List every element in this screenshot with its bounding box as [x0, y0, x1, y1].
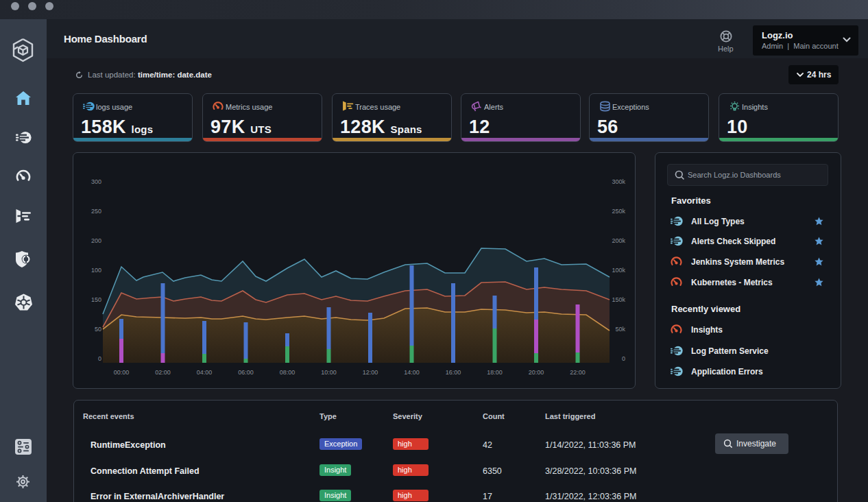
svg-text:0: 0	[622, 355, 625, 362]
svg-text:06:00: 06:00	[238, 369, 254, 376]
svg-text:02:00: 02:00	[155, 369, 171, 376]
svg-text:200: 200	[91, 237, 101, 244]
svg-text:10:00: 10:00	[321, 369, 337, 376]
svg-text:08:00: 08:00	[280, 369, 296, 376]
svg-text:50: 50	[95, 326, 101, 333]
svg-text:50k: 50k	[615, 326, 625, 333]
svg-text:04:00: 04:00	[197, 369, 213, 376]
svg-text:00:00: 00:00	[114, 369, 130, 376]
svg-text:18:00: 18:00	[487, 369, 503, 376]
svg-text:250k: 250k	[612, 208, 625, 215]
svg-text:100k: 100k	[612, 267, 625, 274]
svg-text:150: 150	[91, 296, 101, 303]
svg-text:250: 250	[91, 208, 101, 215]
svg-text:300: 300	[91, 178, 101, 185]
svg-text:300k: 300k	[612, 178, 625, 185]
svg-text:100: 100	[91, 267, 101, 274]
svg-text:150k: 150k	[612, 296, 625, 303]
svg-text:200k: 200k	[612, 237, 625, 244]
svg-text:22:00: 22:00	[570, 369, 586, 376]
svg-text:16:00: 16:00	[446, 369, 461, 376]
svg-text:12:00: 12:00	[363, 369, 378, 376]
svg-text:20:00: 20:00	[529, 369, 544, 376]
svg-text:14:00: 14:00	[404, 369, 420, 376]
svg-text:0: 0	[98, 355, 101, 362]
